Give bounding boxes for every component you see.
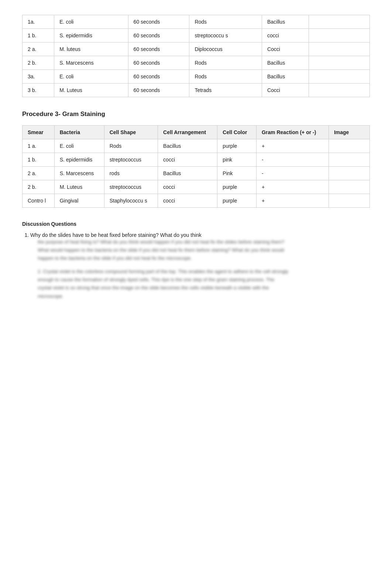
table-cell-bacteria: M. Luteus: [54, 180, 104, 194]
table-cell-arrangement: Bacillus: [262, 56, 309, 70]
procedure3-title: Procedure 3- Gram Staining: [22, 110, 370, 118]
question-1-text: Why do the slides have to be heat fixed …: [30, 232, 202, 238]
table-cell-shape: streptococcus: [104, 153, 158, 167]
table-cell-bacteria: E. coli: [54, 70, 128, 84]
table-header-cell: Image: [329, 126, 369, 139]
table-cell-image: [309, 15, 370, 29]
table-cell-shape: rods: [104, 167, 158, 180]
table-cell-arrangement: cocci: [158, 194, 217, 208]
table-cell-time: 60 seconds: [128, 29, 189, 42]
table-cell-arrangement: Cocci: [262, 42, 309, 56]
table-cell-time: 60 seconds: [128, 42, 189, 56]
table-cell-smear: 2 b.: [23, 56, 54, 70]
table-row: 2 a.S. MarcescensrodsBacillusPink-: [23, 167, 370, 180]
table-cell-smear: 1 a.: [23, 139, 55, 153]
table-cell-image: [309, 29, 370, 42]
table-cell-bacteria: S. Marcescens: [54, 56, 128, 70]
table-cell-arrangement: Cocci: [262, 84, 309, 97]
table-cell-shape: streptococcus: [104, 180, 158, 194]
table-cell-image: [329, 153, 369, 167]
table-header-cell: Cell Color: [217, 126, 257, 139]
table-header-row: SmearBacteriaCell ShapeCell ArrangementC…: [23, 126, 370, 139]
table-row: 1 a.E. coliRodsBacilluspurple+: [23, 139, 370, 153]
table-cell-bacteria: E. coli: [54, 15, 128, 29]
table-cell-gram: +: [256, 194, 329, 208]
table-cell-image: [329, 139, 369, 153]
table-cell-shape: Diplococcus: [189, 42, 262, 56]
table-row: 1 b.S. epidermidis60 secondsstreptococcu…: [23, 29, 370, 42]
table-row: 3a.E. coli60 secondsRodsBacillus: [23, 70, 370, 84]
discussion-question-1: Why do the slides have to be heat fixed …: [30, 232, 370, 262]
gram-stain-table: SmearBacteriaCell ShapeCell ArrangementC…: [22, 125, 370, 208]
table-header-cell: Gram Reaction (+ or -): [256, 126, 329, 139]
table-row: 2 a.M. luteus60 secondsDiplococcusCocci: [23, 42, 370, 56]
table-cell-gram: +: [256, 139, 329, 153]
table-cell-bacteria: S. Marcescens: [54, 167, 104, 180]
table-cell-color: pink: [217, 153, 257, 167]
table-row: 1a.E. coli60 secondsRodsBacillus: [23, 15, 370, 29]
table-header-cell: Cell Shape: [104, 126, 158, 139]
table-row: Contro lGingivalStaphylococcu scoccipurp…: [23, 194, 370, 208]
simple-stain-table-section: 1a.E. coli60 secondsRodsBacillus1 b.S. e…: [22, 15, 370, 97]
table-cell-shape: Rods: [189, 15, 262, 29]
table-cell-image: [329, 180, 369, 194]
table-cell-smear: 3 b.: [23, 84, 54, 97]
table-cell-bacteria: S. epidermidis: [54, 153, 104, 167]
table-cell-smear: 2 a.: [23, 42, 54, 56]
table-cell-time: 60 seconds: [128, 56, 189, 70]
table-cell-time: 60 seconds: [128, 70, 189, 84]
table-cell-image: [329, 167, 369, 180]
table-cell-arrangement: cocci: [158, 153, 217, 167]
table-row: 2 b.M. Luteusstreptococcuscoccipurple+: [23, 180, 370, 194]
table-cell-shape: Tetrads: [189, 84, 262, 97]
table-cell-smear: 1a.: [23, 15, 54, 29]
table-cell-gram: +: [256, 180, 329, 194]
table-cell-arrangement: Bacillus: [262, 15, 309, 29]
table-cell-image: [309, 42, 370, 56]
discussion-section: Discussion Questions Why do the slides h…: [22, 221, 370, 300]
table-cell-shape: Rods: [104, 139, 158, 153]
table-row: 3 b.M. Luteus60 secondsTetradsCocci: [23, 84, 370, 97]
simple-stain-table: 1a.E. coli60 secondsRodsBacillus1 b.S. e…: [22, 15, 370, 97]
table-row: 2 b.S. Marcescens60 secondsRodsBacillus: [23, 56, 370, 70]
table-cell-smear: Contro l: [23, 194, 55, 208]
table-cell-smear: 2 b.: [23, 180, 55, 194]
table-cell-shape: Rods: [189, 56, 262, 70]
blurred-answer-1: the purpose of heat fixing is? What do y…: [38, 238, 289, 262]
table-cell-image: [309, 84, 370, 97]
table-cell-color: purple: [217, 180, 257, 194]
table-cell-color: Pink: [217, 167, 257, 180]
discussion-title: Discussion Questions: [22, 221, 370, 227]
table-cell-smear: 3a.: [23, 70, 54, 84]
table-cell-arrangement: Bacillus: [262, 70, 309, 84]
table-cell-bacteria: S. epidermidis: [54, 29, 128, 42]
table-cell-image: [329, 194, 369, 208]
table-cell-shape: Staphylococcu s: [104, 194, 158, 208]
table-cell-arrangement: Bacillus: [158, 167, 217, 180]
table-cell-arrangement: cocci: [262, 29, 309, 42]
table-cell-bacteria: Gingival: [54, 194, 104, 208]
table-cell-color: purple: [217, 139, 257, 153]
blurred-answer-2: 2. Crystal violet is the colorless compo…: [38, 268, 289, 300]
table-cell-color: purple: [217, 194, 257, 208]
table-cell-time: 60 seconds: [128, 84, 189, 97]
table-cell-bacteria: E. coli: [54, 139, 104, 153]
table-header-cell: Smear: [23, 126, 55, 139]
table-row: 1 b.S. epidermidisstreptococcuscoccipink…: [23, 153, 370, 167]
table-cell-smear: 1 b.: [23, 29, 54, 42]
table-cell-image: [309, 56, 370, 70]
table-header-cell: Bacteria: [54, 126, 104, 139]
table-cell-image: [309, 70, 370, 84]
table-cell-bacteria: M. Luteus: [54, 84, 128, 97]
table-cell-smear: 2 a.: [23, 167, 55, 180]
table-cell-arrangement: Bacillus: [158, 139, 217, 153]
gram-stain-table-section: SmearBacteriaCell ShapeCell ArrangementC…: [22, 125, 370, 208]
table-cell-shape: Rods: [189, 70, 262, 84]
table-cell-arrangement: cocci: [158, 180, 217, 194]
table-cell-time: 60 seconds: [128, 15, 189, 29]
table-cell-bacteria: M. luteus: [54, 42, 128, 56]
table-cell-gram: -: [256, 153, 329, 167]
table-header-cell: Cell Arrangement: [158, 126, 217, 139]
table-cell-smear: 1 b.: [23, 153, 55, 167]
table-cell-shape: streptococcu s: [189, 29, 262, 42]
